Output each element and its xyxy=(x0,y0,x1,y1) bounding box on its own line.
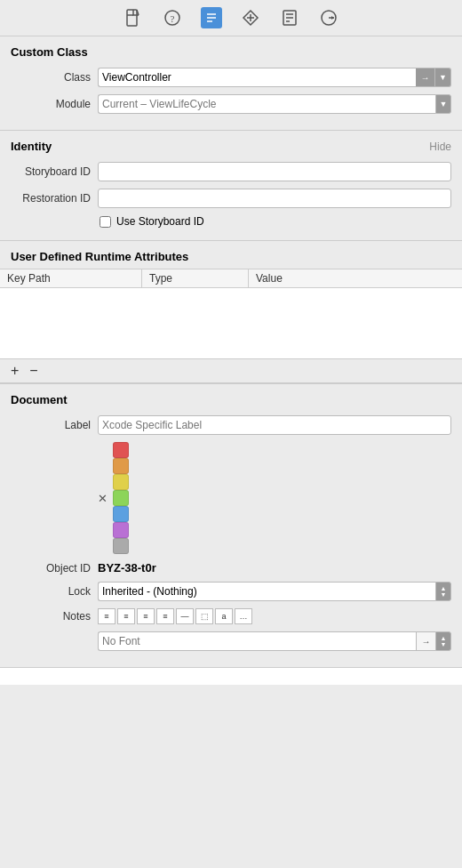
keypath-column-header: Key Path xyxy=(0,269,142,287)
lock-stepper-down: ▼ xyxy=(441,591,447,598)
module-dropdown-btn[interactable]: ▼ xyxy=(435,94,451,114)
custom-class-section: Custom Class Class → ▼ Module ▼ xyxy=(0,36,462,131)
document-section: Document Label ✕ Object ID BYZ-38-t0r Lo… xyxy=(0,384,462,667)
notes-row: Notes ≡≡≡≡—⬚a… xyxy=(11,608,451,624)
attributes-table-header: Key Path Type Value xyxy=(0,269,462,288)
notes-icon-6[interactable]: a xyxy=(215,608,233,624)
identity-title: Identity xyxy=(11,140,52,153)
bottom-area xyxy=(0,667,462,685)
notes-label: Notes xyxy=(11,610,91,623)
size-inspector-icon[interactable] xyxy=(279,7,300,28)
color-swatches-row: ✕ xyxy=(98,442,451,554)
file-icon[interactable] xyxy=(123,7,144,28)
green-swatch[interactable] xyxy=(113,490,129,506)
svg-rect-0 xyxy=(127,10,137,26)
label-row: Label xyxy=(11,415,451,435)
font-stepper-down: ▼ xyxy=(441,641,447,647)
identity-header: Identity Hide xyxy=(11,140,451,153)
notes-icon-7[interactable]: … xyxy=(235,608,252,624)
orange-swatch[interactable] xyxy=(113,458,129,474)
class-input-wrapper: → ▼ xyxy=(98,68,451,87)
label-label: Label xyxy=(11,419,91,431)
custom-class-header: Custom Class xyxy=(11,45,451,59)
toolbar: ? xyxy=(0,0,462,36)
object-id-row: Object ID BYZ-38-t0r xyxy=(11,561,451,575)
attributes-footer: + − xyxy=(0,359,462,383)
notes-icon-0[interactable]: ≡ xyxy=(98,608,116,624)
identity-inspector-icon[interactable] xyxy=(201,7,222,28)
notes-icon-1[interactable]: ≡ xyxy=(117,608,135,624)
lock-input-wrapper: ▲ ▼ xyxy=(98,582,451,601)
font-row: → ▲ ▼ xyxy=(11,631,451,651)
font-navigate-btn[interactable]: → xyxy=(416,631,435,651)
purple-swatch[interactable] xyxy=(113,522,129,538)
user-defined-header: User Defined Runtime Attributes xyxy=(0,241,462,269)
font-input[interactable] xyxy=(98,631,416,651)
document-title: Document xyxy=(11,393,451,406)
connections-icon[interactable] xyxy=(318,7,339,28)
lock-stepper-up: ▲ xyxy=(441,585,447,591)
module-input[interactable] xyxy=(98,94,435,114)
font-input-wrapper: → ▲ ▼ xyxy=(98,631,451,651)
type-column-header: Type xyxy=(142,269,249,287)
add-attribute-button[interactable]: + xyxy=(9,364,20,378)
notes-icon-2[interactable]: ≡ xyxy=(137,608,155,624)
svg-text:?: ? xyxy=(171,13,175,24)
yellow-swatch[interactable] xyxy=(113,474,129,490)
identity-section: Identity Hide Storyboard ID Restoration … xyxy=(0,131,462,241)
use-storyboard-checkbox[interactable] xyxy=(100,216,111,228)
red-swatch[interactable] xyxy=(113,442,129,458)
notes-icon-3[interactable]: ≡ xyxy=(156,608,174,624)
font-stepper-up: ▲ xyxy=(441,635,447,641)
module-label: Module xyxy=(11,98,91,110)
class-label: Class xyxy=(11,71,91,84)
color-swatches xyxy=(113,442,133,554)
class-navigate-btn[interactable]: → xyxy=(416,68,435,87)
notes-icons-group: ≡≡≡≡—⬚a… xyxy=(98,608,451,624)
hide-button[interactable]: Hide xyxy=(429,141,451,153)
help-icon[interactable]: ? xyxy=(162,7,183,28)
class-row: Class → ▼ xyxy=(11,68,451,87)
storyboard-id-label: Storyboard ID xyxy=(11,165,91,178)
restoration-id-row: Restoration ID xyxy=(11,189,451,208)
user-defined-title: User Defined Runtime Attributes xyxy=(11,250,188,263)
restoration-id-label: Restoration ID xyxy=(11,192,91,205)
restoration-id-input[interactable] xyxy=(98,189,451,208)
module-input-wrapper: ▼ xyxy=(98,94,451,114)
svg-marker-18 xyxy=(331,16,334,20)
blue-swatch[interactable] xyxy=(113,506,129,522)
color-clear-btn[interactable]: ✕ xyxy=(98,492,108,505)
class-input[interactable] xyxy=(98,68,416,87)
gray-swatch[interactable] xyxy=(113,538,129,554)
class-dropdown-btn[interactable]: ▼ xyxy=(435,68,451,87)
lock-row: Lock ▲ ▼ xyxy=(11,582,451,601)
user-defined-section: User Defined Runtime Attributes Key Path… xyxy=(0,241,462,384)
lock-input[interactable] xyxy=(98,582,435,601)
object-id-value: BYZ-38-t0r xyxy=(98,561,156,575)
use-storyboard-row: Use Storyboard ID xyxy=(100,215,451,228)
notes-icon-4[interactable]: — xyxy=(176,608,194,624)
label-input[interactable] xyxy=(98,415,451,435)
module-row: Module ▼ xyxy=(11,94,451,114)
custom-class-title: Custom Class xyxy=(11,45,88,59)
font-stepper[interactable]: ▲ ▼ xyxy=(435,631,451,651)
object-id-label: Object ID xyxy=(11,562,91,575)
storyboard-id-input[interactable] xyxy=(98,162,451,181)
notes-icon-5[interactable]: ⬚ xyxy=(195,608,213,624)
attributes-body xyxy=(0,288,462,359)
remove-attribute-button[interactable]: − xyxy=(28,364,39,378)
value-column-header: Value xyxy=(249,269,462,287)
lock-label: Lock xyxy=(11,585,91,598)
attributes-icon[interactable] xyxy=(240,7,261,28)
use-storyboard-label: Use Storyboard ID xyxy=(116,215,204,228)
storyboard-id-row: Storyboard ID xyxy=(11,162,451,181)
lock-stepper[interactable]: ▲ ▼ xyxy=(435,582,451,601)
